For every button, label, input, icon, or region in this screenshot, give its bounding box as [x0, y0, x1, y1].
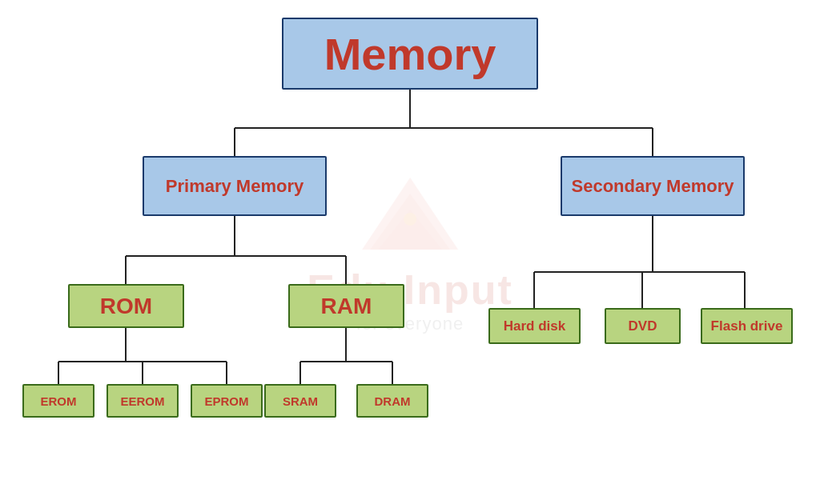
primary-memory-label: Primary Memory — [166, 176, 303, 197]
erom-node: EROM — [22, 384, 94, 418]
ram-label: RAM — [321, 294, 372, 319]
memory-node: Memory — [282, 18, 538, 90]
primary-memory-node: Primary Memory — [143, 156, 327, 216]
rom-node: ROM — [68, 284, 184, 328]
dvd-label: DVD — [629, 318, 657, 334]
ram-node: RAM — [288, 284, 404, 328]
dvd-node: DVD — [605, 308, 681, 344]
memory-label: Memory — [324, 28, 496, 80]
secondary-memory-node: Secondary Memory — [561, 156, 745, 216]
eprom-node: EPROM — [191, 384, 263, 418]
eerom-node: EEROM — [107, 384, 179, 418]
secondary-memory-label: Secondary Memory — [572, 176, 734, 197]
dram-node: DRAM — [356, 384, 428, 418]
harddisk-label: Hard disk — [504, 318, 565, 334]
flashdrive-node: Flash drive — [701, 308, 793, 344]
rom-label: ROM — [100, 294, 152, 319]
eprom-label: EPROM — [204, 394, 248, 408]
eerom-label: EEROM — [120, 394, 164, 408]
sram-node: SRAM — [264, 384, 336, 418]
harddisk-node: Hard disk — [488, 308, 581, 344]
flashdrive-label: Flash drive — [711, 318, 783, 334]
sram-label: SRAM — [283, 394, 318, 408]
erom-label: EROM — [41, 394, 77, 408]
dram-label: DRAM — [375, 394, 411, 408]
tree-container: Memory Primary Memory Secondary Memory R… — [0, 0, 820, 504]
